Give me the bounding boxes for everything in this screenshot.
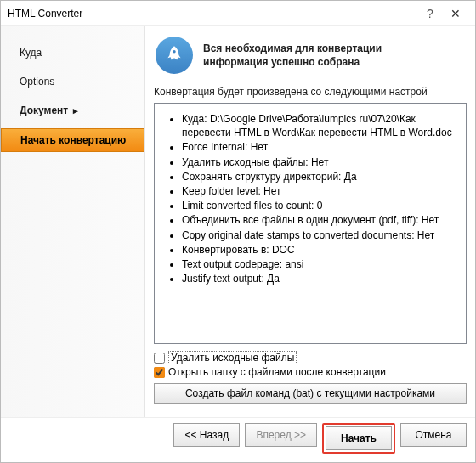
next-button: Вперед >> <box>245 423 317 447</box>
settings-item: Сохранять структуру директорий: Да <box>182 170 456 184</box>
settings-list[interactable]: Куда: D:\Google Drive\Работа\lumpics ru\… <box>154 103 467 344</box>
rocket-icon <box>156 37 193 74</box>
header-text: Вся необходимая для конвертации информац… <box>203 42 382 69</box>
settings-item: Конвертировать в: DOC <box>182 243 456 257</box>
check-open-folder[interactable]: Открыть папку с файлами после конвертаци… <box>154 366 467 378</box>
main-panel: Вся необходимая для конвертации информац… <box>145 26 475 417</box>
header: Вся необходимая для конвертации информац… <box>154 33 467 82</box>
check-open-folder-label: Открыть папку с файлами после конвертаци… <box>168 366 386 378</box>
close-icon[interactable]: ✕ <box>443 7 468 20</box>
check-delete-sources-input[interactable] <box>154 353 165 364</box>
sidebar-item-start-conversion[interactable]: Начать конвертацию <box>1 128 144 152</box>
settings-item: Удалить исходные файлы: Нет <box>182 155 456 169</box>
dialog-window: HTML Converter ? ✕ Куда Options Документ… <box>0 0 476 463</box>
check-delete-sources-label: Удалить исходные файлы <box>168 351 297 364</box>
svg-point-0 <box>173 50 175 53</box>
header-line1: Вся необходимая для конвертации <box>203 42 382 54</box>
cancel-button[interactable]: Отмена <box>400 423 467 447</box>
start-button[interactable]: Начать <box>326 426 392 450</box>
create-bat-button[interactable]: Создать файл команд (bat) с текущими нас… <box>154 383 467 404</box>
sidebar-item-document[interactable]: Документ <box>1 99 144 121</box>
start-button-highlight: Начать <box>322 423 395 454</box>
settings-item: Keep folder level: Нет <box>182 184 456 198</box>
check-delete-sources[interactable]: Удалить исходные файлы <box>154 351 467 364</box>
settings-item: Объединить все файлы в один документ (pd… <box>182 213 456 227</box>
checkbox-group: Удалить исходные файлы Открыть папку с ф… <box>154 351 467 378</box>
settings-item: Justify text output: Да <box>182 272 456 285</box>
dialog-body: Куда Options Документ Начать конвертацию… <box>1 26 475 417</box>
settings-item: Force Internal: Нет <box>182 140 456 154</box>
settings-item: Куда: D:\Google Drive\Работа\lumpics ru\… <box>182 112 456 139</box>
button-row: << Назад Вперед >> Начать Отмена <box>1 417 475 462</box>
check-open-folder-input[interactable] <box>154 367 165 378</box>
titlebar: HTML Converter ? ✕ <box>1 1 475 26</box>
help-icon[interactable]: ? <box>417 7 443 20</box>
subheading: Конвертация будет произведена со следующ… <box>154 86 467 98</box>
settings-item: Text output codepage: ansi <box>182 257 456 271</box>
sidebar: Куда Options Документ Начать конвертацию <box>1 26 145 417</box>
sidebar-item-options[interactable]: Options <box>1 71 144 93</box>
window-title: HTML Converter <box>8 8 417 20</box>
header-line2: информация успешно собрана <box>203 56 360 68</box>
settings-item: Limit converted files to count: 0 <box>182 199 456 212</box>
back-button[interactable]: << Назад <box>173 423 240 447</box>
settings-item: Copy original date stamps to converted d… <box>182 229 456 242</box>
sidebar-item-destination[interactable]: Куда <box>1 42 144 64</box>
